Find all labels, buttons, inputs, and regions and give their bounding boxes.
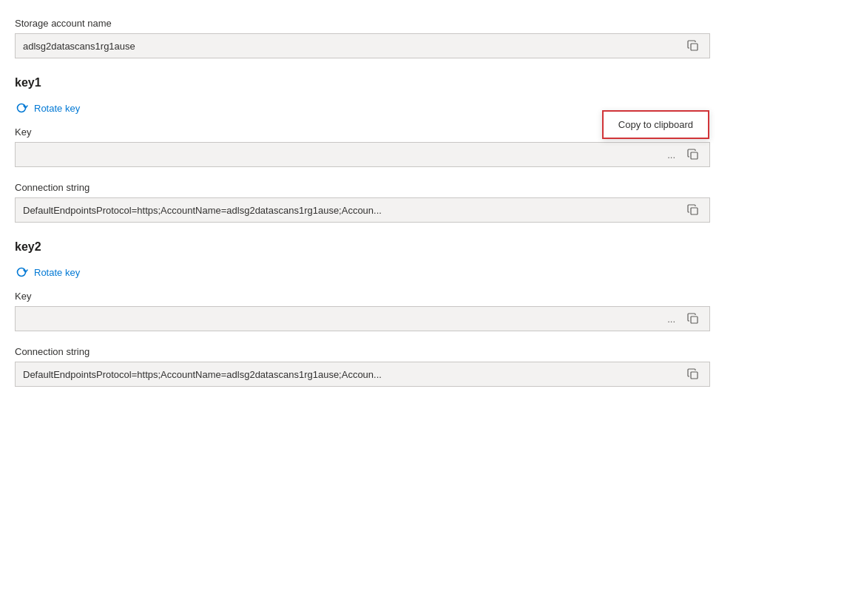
key2-connection-string-label: Connection string [15, 346, 846, 357]
key2-rotate-label: Rotate key [34, 267, 80, 278]
key1-key-input-wrapper: ... Copy to clipboard [15, 142, 710, 167]
key1-key-ellipsis: ... [667, 149, 675, 160]
key2-connection-string-wrapper: DefaultEndpointsProtocol=https;AccountNa… [15, 362, 710, 387]
storage-account-value: adlsg2datascans1rg1ause [23, 41, 678, 52]
svg-rect-2 [691, 208, 698, 214]
key2-heading: key2 [15, 240, 846, 254]
key2-key-copy-button[interactable] [684, 311, 702, 326]
svg-rect-3 [691, 317, 698, 323]
key1-key-label: Key [15, 126, 846, 138]
storage-account-section: Storage account name adlsg2datascans1rg1… [15, 18, 846, 58]
key1-key-section: Key ... Copy to clipboard [15, 126, 846, 167]
key1-key-value [23, 149, 667, 160]
svg-rect-0 [691, 44, 698, 50]
svg-rect-1 [691, 152, 698, 159]
copy-to-clipboard-label: Copy to clipboard [618, 119, 693, 130]
copy-key1-icon [687, 149, 699, 160]
key2-key-input-wrapper: ... [15, 306, 710, 331]
key2-key-value [23, 314, 667, 325]
svg-rect-4 [691, 372, 698, 379]
key2-connection-string-copy-button[interactable] [684, 367, 702, 382]
key1-connection-string-copy-button[interactable] [684, 203, 702, 217]
key1-connection-string-label: Connection string [15, 182, 846, 193]
rotate-key2-icon [15, 265, 28, 279]
copy-icon [687, 40, 699, 52]
copy-key2-icon [687, 313, 699, 325]
key2-key-section: Key ... [15, 291, 846, 331]
key1-connection-string-wrapper: DefaultEndpointsProtocol=https;AccountNa… [15, 197, 710, 223]
rotate-key1-icon [15, 101, 28, 115]
key1-key-copy-button[interactable]: Copy to clipboard [684, 147, 702, 162]
copy-to-clipboard-popup[interactable]: Copy to clipboard [602, 110, 709, 139]
key2-connection-string-section: Connection string DefaultEndpointsProtoc… [15, 346, 846, 387]
key1-connection-string-section: Connection string DefaultEndpointsProtoc… [15, 182, 846, 223]
storage-account-label: Storage account name [15, 18, 846, 29]
storage-account-copy-button[interactable] [684, 38, 702, 53]
key1-connection-string-value: DefaultEndpointsProtocol=https;AccountNa… [23, 205, 678, 216]
copy-connstr2-icon [687, 368, 699, 380]
key2-connection-string-value: DefaultEndpointsProtocol=https;AccountNa… [23, 369, 678, 380]
copy-connstr1-icon [687, 204, 699, 216]
key1-heading: key1 [15, 76, 846, 89]
key1-rotate-key-row[interactable]: Rotate key [15, 101, 846, 115]
storage-account-input-wrapper: adlsg2datascans1rg1ause [15, 33, 710, 58]
key1-rotate-label: Rotate key [34, 103, 80, 114]
key2-rotate-key-row[interactable]: Rotate key [15, 265, 846, 279]
key2-key-label: Key [15, 291, 846, 302]
key2-key-ellipsis: ... [667, 314, 675, 325]
